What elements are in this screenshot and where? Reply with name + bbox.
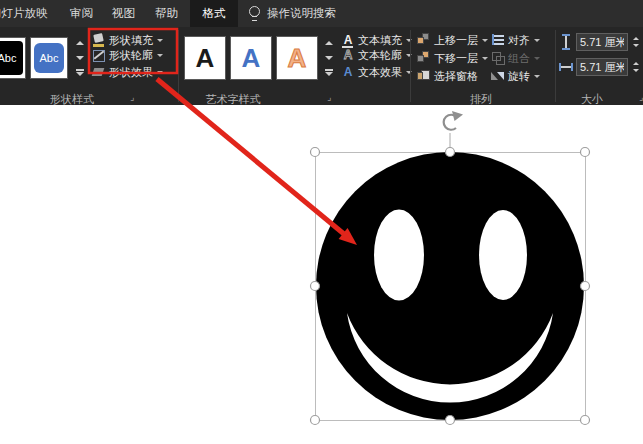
shape-style-gallery-scroll: [72, 36, 88, 80]
shape-width-icon: [559, 59, 573, 73]
rotate-button[interactable]: 旋转: [491, 69, 540, 83]
shape-style-preview: Abc: [0, 41, 23, 75]
height-stepper[interactable]: [631, 33, 640, 51]
gallery-down-icon[interactable]: [72, 51, 88, 66]
selection-pane-button[interactable]: 选择窗格: [417, 69, 478, 83]
tab-slideshow[interactable]: 幻灯片放映: [0, 0, 48, 27]
arrange-group-label: 排列: [443, 92, 519, 107]
text-effects-label: 文本效果: [358, 65, 402, 80]
text-outline-button[interactable]: A 文本轮廓: [341, 48, 412, 62]
wordart-gallery-scroll: [321, 36, 337, 80]
dialog-launcher-icon[interactable]: ⌟: [323, 91, 335, 103]
dropdown-caret-icon: [157, 54, 163, 57]
pencil-outline-icon: [92, 48, 106, 62]
shape-style-thumbnail[interactable]: Abc: [30, 37, 68, 79]
bring-forward-button[interactable]: 上移一层: [417, 33, 488, 47]
shape-fill-label: 形状填充: [109, 33, 153, 48]
wordart-style-thumbnail[interactable]: A: [276, 36, 318, 80]
width-stepper[interactable]: [631, 58, 640, 76]
dropdown-caret-icon: [406, 54, 412, 57]
dropdown-caret-icon: [157, 39, 163, 42]
shape-effects-button[interactable]: 形状效果: [92, 65, 163, 79]
rotate-label: 旋转: [508, 69, 530, 84]
gallery-more-icon[interactable]: [321, 65, 337, 80]
slide-canvas[interactable]: [0, 105, 643, 444]
gallery-more-icon[interactable]: [72, 65, 88, 80]
wordart-preview: A: [196, 43, 215, 74]
text-fill-button[interactable]: A 文本填充: [341, 33, 412, 47]
ribbon: Abc Abc 形状填充 形状轮廓 形状效果 形状样式 ⌟ A: [0, 27, 643, 105]
align-icon: [491, 33, 505, 47]
wordart-group-label: 艺术字样式: [195, 92, 271, 107]
group-separator: [178, 30, 179, 102]
shape-outline-label: 形状轮廓: [109, 48, 153, 63]
shape-outline-button[interactable]: 形状轮廓: [92, 48, 163, 62]
group-button: 组合: [491, 51, 540, 65]
bring-forward-icon: [417, 33, 431, 47]
shape-styles-group-label: 形状样式: [34, 92, 110, 107]
dropdown-caret-icon: [406, 39, 412, 42]
dropdown-caret-icon: [482, 39, 488, 42]
send-backward-icon: [417, 51, 431, 65]
effects-shape-icon: [92, 65, 106, 79]
text-fill-label: 文本填充: [358, 33, 402, 48]
group-label: 组合: [508, 51, 530, 66]
shape-style-thumbnail[interactable]: Abc: [0, 37, 26, 79]
shape-fill-button[interactable]: 形状填充: [92, 33, 163, 47]
align-button[interactable]: 对齐: [491, 33, 540, 47]
wordart-style-thumbnail[interactable]: A: [230, 36, 272, 80]
stepper-up-icon[interactable]: [633, 62, 639, 65]
gallery-up-icon[interactable]: [321, 36, 337, 51]
wordart-preview: A: [242, 43, 261, 74]
paint-bucket-icon: [92, 33, 106, 47]
dropdown-caret-icon: [534, 39, 540, 42]
tell-me-search[interactable]: 操作说明搜索: [267, 0, 336, 27]
bring-forward-label: 上移一层: [434, 33, 478, 48]
tab-view[interactable]: 视图: [112, 0, 135, 27]
gallery-down-icon[interactable]: [321, 51, 337, 66]
dialog-launcher-icon[interactable]: ⌟: [635, 91, 643, 103]
shape-style-preview: Abc: [34, 43, 64, 73]
shape-width-field[interactable]: [576, 58, 628, 76]
send-backward-label: 下移一层: [434, 51, 478, 66]
rotate-icon: [491, 69, 505, 83]
wordart-style-thumbnail[interactable]: A: [184, 36, 226, 80]
text-effects-icon: A: [341, 66, 355, 79]
text-fill-icon: A: [341, 34, 355, 47]
shape-effects-label: 形状效果: [109, 65, 153, 80]
align-label: 对齐: [508, 33, 530, 48]
selection-pane-label: 选择窗格: [434, 69, 478, 84]
dropdown-caret-icon: [406, 71, 412, 74]
lightbulb-icon: [249, 6, 260, 21]
dropdown-caret-icon: [534, 75, 540, 78]
ribbon-tab-bar: 幻灯片放映 审阅 视图 帮助 格式 操作说明搜索: [0, 0, 643, 27]
gallery-up-icon[interactable]: [72, 36, 88, 51]
text-outline-icon: A: [341, 49, 355, 62]
shape-height-icon: [559, 34, 573, 48]
stepper-down-icon[interactable]: [633, 69, 639, 72]
wordart-preview: A: [288, 43, 307, 74]
dropdown-caret-icon: [157, 71, 163, 74]
tab-help[interactable]: 帮助: [155, 0, 178, 27]
dialog-launcher-icon[interactable]: ⌟: [126, 91, 138, 103]
tab-review[interactable]: 审阅: [70, 0, 93, 27]
shape-height-field[interactable]: [576, 33, 628, 51]
send-backward-button[interactable]: 下移一层: [417, 51, 488, 65]
stepper-up-icon[interactable]: [633, 37, 639, 40]
group-objects-icon: [491, 51, 505, 65]
stepper-down-icon[interactable]: [633, 44, 639, 47]
tab-format[interactable]: 格式: [190, 0, 238, 27]
group-separator: [410, 30, 411, 102]
dropdown-caret-icon: [482, 57, 488, 60]
size-group-label: 大小: [554, 92, 630, 107]
app-window: 幻灯片放映 审阅 视图 帮助 格式 操作说明搜索 Abc Abc 形状填充 形状…: [0, 0, 643, 444]
text-outline-label: 文本轮廓: [358, 48, 402, 63]
selection-pane-icon: [417, 69, 431, 83]
text-effects-button[interactable]: A 文本效果: [341, 65, 412, 79]
dropdown-caret-icon: [534, 57, 540, 60]
